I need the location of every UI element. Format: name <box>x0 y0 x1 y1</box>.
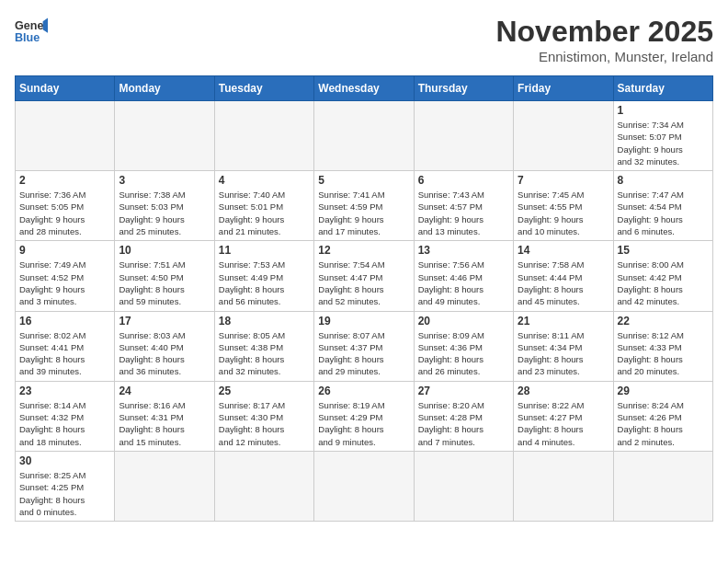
svg-text:Blue: Blue <box>15 31 40 44</box>
calendar-day-cell: 25Sunrise: 8:17 AM Sunset: 4:30 PM Dayli… <box>214 381 313 451</box>
calendar-day-cell: 19Sunrise: 8:07 AM Sunset: 4:37 PM Dayli… <box>314 311 414 381</box>
day-number: 3 <box>119 174 210 187</box>
calendar-week-row: 9Sunrise: 7:49 AM Sunset: 4:52 PM Daylig… <box>16 241 713 311</box>
day-number: 30 <box>19 454 110 467</box>
day-number: 23 <box>19 385 110 397</box>
day-info: Sunrise: 8:22 AM Sunset: 4:27 PM Dayligh… <box>518 399 609 448</box>
calendar-day-cell: 26Sunrise: 8:19 AM Sunset: 4:29 PM Dayli… <box>314 381 414 451</box>
calendar-day-cell <box>414 451 513 521</box>
day-number: 13 <box>418 244 509 257</box>
calendar-week-row: 23Sunrise: 8:14 AM Sunset: 4:32 PM Dayli… <box>16 381 713 451</box>
calendar-day-cell: 2Sunrise: 7:36 AM Sunset: 5:05 PM Daylig… <box>16 171 115 241</box>
day-info: Sunrise: 8:05 AM Sunset: 4:38 PM Dayligh… <box>219 329 310 378</box>
calendar-day-cell: 17Sunrise: 8:03 AM Sunset: 4:40 PM Dayli… <box>115 311 214 381</box>
calendar-day-cell: 30Sunrise: 8:25 AM Sunset: 4:25 PM Dayli… <box>16 451 115 521</box>
day-number: 25 <box>219 385 310 397</box>
day-info: Sunrise: 7:53 AM Sunset: 4:49 PM Dayligh… <box>219 259 310 307</box>
day-info: Sunrise: 8:17 AM Sunset: 4:30 PM Dayligh… <box>219 399 310 448</box>
calendar-week-row: 2Sunrise: 7:36 AM Sunset: 5:05 PM Daylig… <box>16 171 713 241</box>
calendar-day-cell <box>514 101 613 171</box>
day-info: Sunrise: 8:12 AM Sunset: 4:33 PM Dayligh… <box>618 329 709 378</box>
day-number: 7 <box>518 174 609 187</box>
day-info: Sunrise: 8:02 AM Sunset: 4:41 PM Dayligh… <box>19 329 110 378</box>
calendar-table: SundayMondayTuesdayWednesdayThursdayFrid… <box>15 75 713 522</box>
calendar-day-cell <box>414 101 513 171</box>
day-info: Sunrise: 7:41 AM Sunset: 4:59 PM Dayligh… <box>318 189 409 237</box>
day-number: 29 <box>618 385 709 397</box>
day-info: Sunrise: 7:49 AM Sunset: 4:52 PM Dayligh… <box>19 259 110 307</box>
day-info: Sunrise: 7:43 AM Sunset: 4:57 PM Dayligh… <box>418 189 509 237</box>
calendar-day-cell: 6Sunrise: 7:43 AM Sunset: 4:57 PM Daylig… <box>414 171 513 241</box>
day-info: Sunrise: 7:45 AM Sunset: 4:55 PM Dayligh… <box>518 189 609 237</box>
calendar-day-cell: 14Sunrise: 7:58 AM Sunset: 4:44 PM Dayli… <box>514 241 613 311</box>
day-info: Sunrise: 7:51 AM Sunset: 4:50 PM Dayligh… <box>119 259 210 307</box>
day-number: 26 <box>318 385 409 397</box>
location-subtitle: Ennistimon, Munster, Ireland <box>495 49 713 64</box>
calendar-day-cell: 27Sunrise: 8:20 AM Sunset: 4:28 PM Dayli… <box>414 381 513 451</box>
day-info: Sunrise: 8:19 AM Sunset: 4:29 PM Dayligh… <box>318 399 409 448</box>
calendar-day-cell: 9Sunrise: 7:49 AM Sunset: 4:52 PM Daylig… <box>16 241 115 311</box>
calendar-day-cell: 12Sunrise: 7:54 AM Sunset: 4:47 PM Dayli… <box>314 241 414 311</box>
calendar-day-cell <box>314 451 414 521</box>
calendar-day-cell: 23Sunrise: 8:14 AM Sunset: 4:32 PM Dayli… <box>16 381 115 451</box>
calendar-day-cell: 16Sunrise: 8:02 AM Sunset: 4:41 PM Dayli… <box>16 311 115 381</box>
day-info: Sunrise: 7:36 AM Sunset: 5:05 PM Dayligh… <box>19 189 110 237</box>
day-number: 5 <box>318 174 409 187</box>
calendar-day-cell <box>613 451 712 521</box>
day-info: Sunrise: 8:20 AM Sunset: 4:28 PM Dayligh… <box>418 399 509 448</box>
day-number: 15 <box>618 244 709 257</box>
calendar-day-cell: 20Sunrise: 8:09 AM Sunset: 4:36 PM Dayli… <box>414 311 513 381</box>
calendar-week-row: 30Sunrise: 8:25 AM Sunset: 4:25 PM Dayli… <box>16 451 713 521</box>
day-info: Sunrise: 7:40 AM Sunset: 5:01 PM Dayligh… <box>219 189 310 237</box>
day-info: Sunrise: 7:56 AM Sunset: 4:46 PM Dayligh… <box>418 259 509 307</box>
day-info: Sunrise: 8:24 AM Sunset: 4:26 PM Dayligh… <box>618 399 709 448</box>
day-info: Sunrise: 7:54 AM Sunset: 4:47 PM Dayligh… <box>318 259 409 307</box>
calendar-week-row: 1Sunrise: 7:34 AM Sunset: 5:07 PM Daylig… <box>16 101 713 171</box>
day-number: 21 <box>518 315 609 327</box>
calendar-week-row: 16Sunrise: 8:02 AM Sunset: 4:41 PM Dayli… <box>16 311 713 381</box>
day-number: 17 <box>119 315 210 327</box>
day-info: Sunrise: 8:07 AM Sunset: 4:37 PM Dayligh… <box>318 329 409 378</box>
calendar-day-cell: 3Sunrise: 7:38 AM Sunset: 5:03 PM Daylig… <box>115 171 214 241</box>
day-info: Sunrise: 8:00 AM Sunset: 4:42 PM Dayligh… <box>618 259 709 307</box>
day-info: Sunrise: 8:03 AM Sunset: 4:40 PM Dayligh… <box>119 329 210 378</box>
day-info: Sunrise: 8:16 AM Sunset: 4:31 PM Dayligh… <box>119 399 210 448</box>
weekday-header: Wednesday <box>314 76 414 101</box>
day-number: 19 <box>318 315 409 327</box>
calendar-day-cell: 4Sunrise: 7:40 AM Sunset: 5:01 PM Daylig… <box>214 171 313 241</box>
day-number: 6 <box>418 174 509 187</box>
day-number: 1 <box>618 104 709 117</box>
calendar-day-cell <box>314 101 414 171</box>
calendar-day-cell <box>214 101 313 171</box>
day-number: 11 <box>219 244 310 257</box>
calendar-day-cell: 21Sunrise: 8:11 AM Sunset: 4:34 PM Dayli… <box>514 311 613 381</box>
day-number: 4 <box>219 174 310 187</box>
calendar-day-cell: 18Sunrise: 8:05 AM Sunset: 4:38 PM Dayli… <box>214 311 313 381</box>
calendar-day-cell: 1Sunrise: 7:34 AM Sunset: 5:07 PM Daylig… <box>613 101 712 171</box>
day-number: 16 <box>19 315 110 327</box>
weekday-header: Monday <box>115 76 214 101</box>
calendar-day-cell <box>115 451 214 521</box>
weekday-header: Saturday <box>613 76 712 101</box>
day-info: Sunrise: 7:34 AM Sunset: 5:07 PM Dayligh… <box>618 119 709 167</box>
logo-icon: General Blue <box>15 15 48 48</box>
day-info: Sunrise: 8:25 AM Sunset: 4:25 PM Dayligh… <box>19 469 110 518</box>
calendar-day-cell: 24Sunrise: 8:16 AM Sunset: 4:31 PM Dayli… <box>115 381 214 451</box>
day-info: Sunrise: 8:14 AM Sunset: 4:32 PM Dayligh… <box>19 399 110 448</box>
calendar-day-cell: 22Sunrise: 8:12 AM Sunset: 4:33 PM Dayli… <box>613 311 712 381</box>
day-number: 9 <box>19 244 110 257</box>
day-info: Sunrise: 7:38 AM Sunset: 5:03 PM Dayligh… <box>119 189 210 237</box>
weekday-header: Tuesday <box>214 76 313 101</box>
day-number: 20 <box>418 315 509 327</box>
day-info: Sunrise: 8:11 AM Sunset: 4:34 PM Dayligh… <box>518 329 609 378</box>
day-number: 24 <box>119 385 210 397</box>
day-number: 18 <box>219 315 310 327</box>
day-number: 27 <box>418 385 509 397</box>
calendar-day-cell: 13Sunrise: 7:56 AM Sunset: 4:46 PM Dayli… <box>414 241 513 311</box>
calendar-day-cell: 5Sunrise: 7:41 AM Sunset: 4:59 PM Daylig… <box>314 171 414 241</box>
day-number: 28 <box>518 385 609 397</box>
weekday-header-row: SundayMondayTuesdayWednesdayThursdayFrid… <box>16 76 713 101</box>
calendar-day-cell <box>16 101 115 171</box>
weekday-header: Thursday <box>414 76 513 101</box>
calendar-day-cell <box>115 101 214 171</box>
